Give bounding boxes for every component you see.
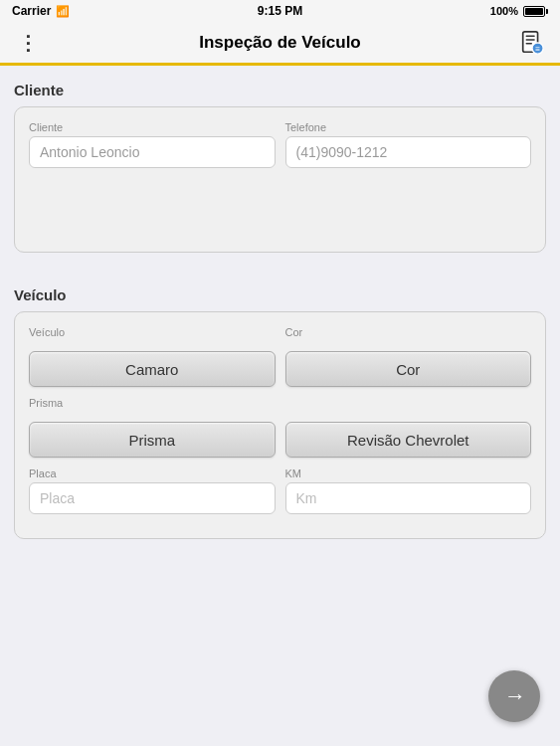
cor-col: Cor bbox=[285, 351, 532, 387]
prisma-label-col: Prisma bbox=[29, 397, 276, 412]
placa-label: Placa bbox=[29, 467, 276, 479]
prisma-selector-button[interactable]: Prisma bbox=[29, 422, 276, 458]
status-left: Carrier 📶 bbox=[12, 4, 70, 18]
client-name-input[interactable] bbox=[29, 136, 276, 168]
page-title: Inspeção de Veículo bbox=[199, 33, 361, 53]
client-fields-row: Cliente Telefone bbox=[29, 121, 531, 168]
cor-field-label: Cor bbox=[285, 326, 532, 338]
vehicle-section: Veículo Veículo Cor Camaro Cor bbox=[0, 271, 560, 557]
km-input[interactable] bbox=[285, 482, 532, 514]
prisma-col: Prisma bbox=[29, 422, 276, 458]
km-col: KM bbox=[285, 467, 532, 514]
revisao-col: Revisão Chevrolet bbox=[285, 422, 532, 458]
status-time: 9:15 PM bbox=[258, 4, 302, 18]
vehicle-section-title: Veículo bbox=[14, 286, 546, 303]
vehicle-card: Veículo Cor Camaro Cor Prisma bbox=[14, 311, 546, 539]
menu-button[interactable]: ⋮ bbox=[12, 27, 44, 59]
revisao-selector-button[interactable]: Revisão Chevrolet bbox=[285, 422, 532, 458]
placa-input[interactable] bbox=[29, 482, 276, 514]
client-card-spacer bbox=[29, 178, 531, 238]
vehicle-label-col: Veículo bbox=[29, 326, 276, 341]
prisma-revisao-btn-row: Prisma Revisão Chevrolet bbox=[29, 422, 531, 458]
placa-col: Placa bbox=[29, 467, 276, 514]
svg-rect-1 bbox=[526, 35, 535, 36]
client-section-title: Cliente bbox=[14, 82, 546, 98]
svg-text:≡: ≡ bbox=[535, 44, 540, 54]
prisma-label-row: Prisma bbox=[29, 397, 531, 412]
carrier-label: Carrier bbox=[12, 4, 51, 18]
vehicle-selector-button[interactable]: Camaro bbox=[29, 351, 276, 387]
battery-icon bbox=[523, 6, 548, 17]
nav-bar: ⋮ Inspeção de Veículo ≡ bbox=[0, 22, 560, 66]
client-phone-label: Telefone bbox=[285, 121, 532, 133]
vehicle-cor-btn-row: Camaro Cor bbox=[29, 351, 531, 387]
dots-menu-icon: ⋮ bbox=[18, 33, 39, 53]
cor-label-col: Cor bbox=[285, 326, 532, 341]
client-name-col: Cliente bbox=[29, 121, 276, 168]
svg-rect-3 bbox=[526, 43, 533, 44]
client-section: Cliente Cliente Telefone bbox=[0, 66, 560, 271]
revisao-label-col bbox=[285, 397, 532, 412]
status-right: 100% bbox=[490, 5, 548, 17]
wifi-icon: 📶 bbox=[56, 5, 70, 18]
client-phone-input[interactable] bbox=[285, 136, 532, 168]
vehicle-cor-label-row: Veículo Cor bbox=[29, 326, 531, 341]
status-bar: Carrier 📶 9:15 PM 100% bbox=[0, 0, 560, 22]
client-card: Cliente Telefone bbox=[14, 106, 546, 253]
client-name-label: Cliente bbox=[29, 121, 276, 133]
next-arrow-icon: → bbox=[504, 683, 526, 709]
report-button[interactable]: ≡ bbox=[516, 27, 548, 59]
cor-selector-button[interactable]: Cor bbox=[285, 351, 532, 387]
client-phone-col: Telefone bbox=[285, 121, 532, 168]
placa-km-row: Placa KM bbox=[29, 467, 531, 514]
prisma-field-label: Prisma bbox=[29, 397, 276, 409]
battery-percent-label: 100% bbox=[490, 5, 518, 17]
camaro-col: Camaro bbox=[29, 351, 276, 387]
svg-rect-2 bbox=[526, 39, 535, 40]
next-fab-button[interactable]: → bbox=[488, 670, 540, 722]
report-icon: ≡ bbox=[519, 30, 545, 56]
km-label: KM bbox=[285, 467, 532, 479]
vehicle-field-label: Veículo bbox=[29, 326, 276, 338]
